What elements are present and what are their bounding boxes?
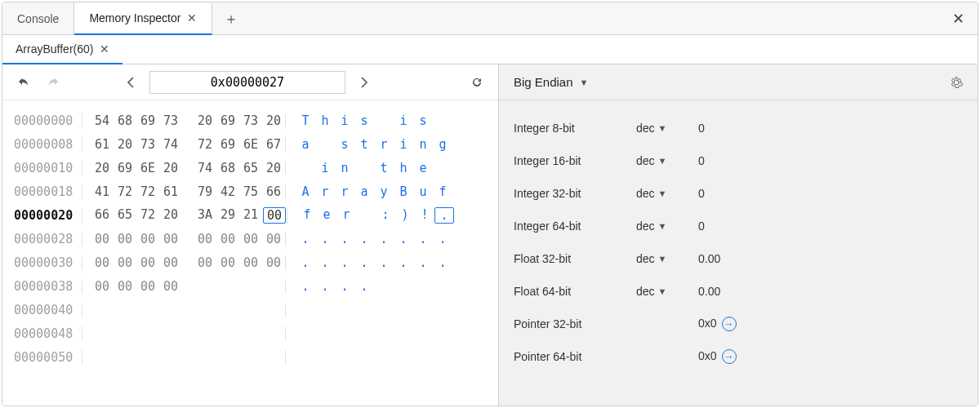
ascii-cell[interactable]: i [335,113,354,128]
byte-cell[interactable]: 00 [91,279,114,294]
byte-cell[interactable]: 3A [194,207,216,224]
redo-button[interactable] [43,73,63,92]
byte-cell[interactable]: 00 [239,232,262,246]
address-cell[interactable]: 00000008 [14,137,82,152]
refresh-button[interactable] [467,73,487,92]
ascii-cell[interactable] [356,207,376,224]
byte-cell[interactable]: 00 [194,232,216,246]
byte-cell[interactable]: 20 [114,137,136,152]
ascii-cell[interactable]: . [434,207,454,224]
byte-cell[interactable]: 00 [159,279,182,294]
ascii-cell[interactable]: f [297,207,317,224]
byte-cell[interactable]: 00 [239,255,262,270]
address-cell[interactable]: 00000038 [14,279,82,294]
ascii-cell[interactable]: . [394,255,413,270]
ascii-cell[interactable]: r [336,207,356,224]
ascii-cell[interactable]: ) [395,207,415,224]
address-cell[interactable]: 00000048 [14,326,82,341]
ascii-cell[interactable]: n [413,137,433,152]
ascii-cell[interactable]: A [296,184,315,199]
endianness-select[interactable]: Big Endian ▼ [514,75,588,89]
ascii-cell[interactable]: r [315,184,335,199]
byte-cell[interactable]: 65 [114,207,136,224]
byte-cell[interactable]: 20 [262,161,285,175]
ascii-cell[interactable]: . [374,255,394,270]
ascii-cell[interactable]: . [413,232,433,246]
byte-cell[interactable]: 68 [216,161,239,175]
byte-cell[interactable]: 00 [159,255,182,270]
address-cell[interactable]: 00000028 [14,232,82,246]
byte-cell[interactable]: 00 [91,232,114,246]
ascii-cell[interactable]: r [374,137,394,152]
ascii-cell[interactable]: u [413,184,433,199]
ascii-cell[interactable]: a [296,137,315,152]
byte-cell[interactable]: 54 [91,113,114,128]
close-icon[interactable]: ✕ [100,42,109,55]
byte-cell[interactable]: 00 [194,255,216,270]
value-format-select[interactable]: dec▼ [636,154,698,167]
ascii-cell[interactable]: . [413,255,433,270]
byte-cell[interactable]: 69 [114,161,136,175]
ascii-cell[interactable] [296,161,315,175]
ascii-cell[interactable]: . [354,279,374,294]
value-format-select[interactable]: dec▼ [636,122,698,135]
ascii-cell[interactable]: . [335,279,354,294]
byte-cell[interactable]: 00 [159,232,182,246]
ascii-cell[interactable]: f [433,184,452,199]
ascii-cell[interactable]: . [354,255,374,270]
follow-pointer-button[interactable]: → [722,349,737,364]
byte-cell[interactable]: 00 [114,279,136,294]
ascii-cell[interactable]: e [413,161,433,175]
undo-button[interactable] [14,73,33,92]
ascii-cell[interactable]: . [354,232,374,246]
byte-cell[interactable]: 66 [91,207,114,224]
byte-cell[interactable]: 72 [114,184,136,199]
byte-cell[interactable]: 69 [136,113,159,128]
tab-memory-inspector[interactable]: Memory Inspector ✕ [74,3,212,35]
add-tab-button[interactable]: ＋ [212,9,250,29]
byte-cell[interactable]: 00 [216,255,239,270]
byte-cell[interactable]: 69 [216,137,239,152]
ascii-cell[interactable]: s [354,113,374,128]
ascii-cell[interactable]: i [315,161,335,175]
address-cell[interactable]: 00000018 [14,184,82,199]
byte-cell[interactable]: 00 [136,279,159,294]
address-cell[interactable]: 00000040 [14,303,82,317]
value-format-select[interactable]: dec▼ [636,187,698,200]
ascii-cell[interactable]: s [413,113,433,128]
value-format-select[interactable]: dec▼ [636,252,698,265]
ascii-cell[interactable]: t [374,161,394,175]
byte-cell[interactable]: 72 [136,207,159,224]
byte-cell[interactable]: 00 [136,232,159,246]
byte-cell[interactable]: 73 [136,137,159,152]
ascii-cell[interactable]: . [315,232,335,246]
ascii-cell[interactable]: . [335,255,354,270]
panel-close-button[interactable]: ✕ [952,10,964,28]
byte-cell[interactable]: 72 [194,137,216,152]
ascii-cell[interactable]: . [315,255,335,270]
byte-cell[interactable]: 20 [91,161,114,175]
ascii-cell[interactable]: : [376,207,395,224]
ascii-cell[interactable]: . [394,232,413,246]
prev-address-button[interactable] [123,73,140,91]
address-cell[interactable]: 00000050 [14,350,82,365]
byte-cell[interactable]: 65 [239,161,262,175]
byte-cell[interactable]: 20 [262,113,285,128]
ascii-cell[interactable]: . [315,279,335,294]
byte-cell[interactable]: 42 [216,184,239,199]
settings-button[interactable] [950,76,963,89]
value-format-select[interactable]: dec▼ [636,220,698,233]
ascii-cell[interactable]: e [317,207,336,224]
ascii-cell[interactable]: g [433,137,452,152]
ascii-cell[interactable]: y [374,184,394,199]
ascii-cell[interactable]: a [354,184,374,199]
byte-cell[interactable]: 21 [239,207,262,224]
follow-pointer-button[interactable]: → [722,317,737,331]
value-format-select[interactable]: dec▼ [636,285,698,298]
byte-cell[interactable]: 74 [194,161,216,175]
byte-cell[interactable]: 66 [262,184,285,199]
byte-cell[interactable]: 00 [114,255,136,270]
byte-cell[interactable]: 29 [216,207,239,224]
byte-cell[interactable]: 6E [136,161,159,175]
hex-view[interactable]: 000000005468697320697320This is 00000008… [2,100,498,406]
